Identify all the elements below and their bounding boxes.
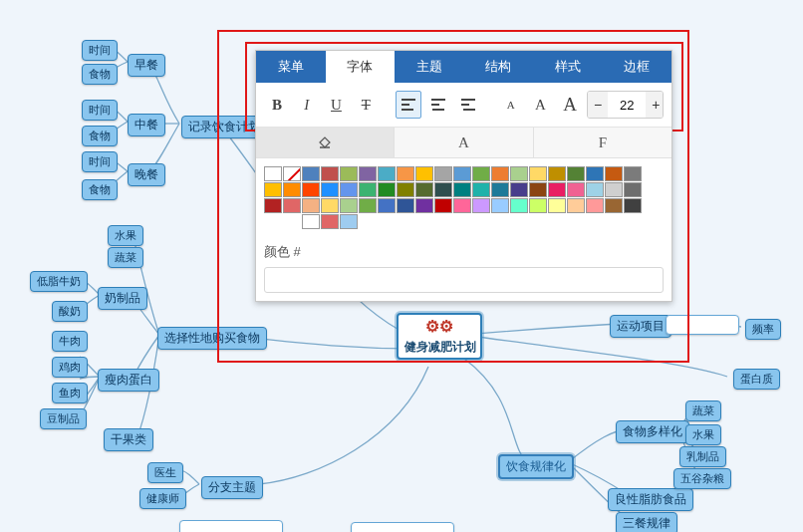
tab-struct[interactable]: 结构 <box>464 51 534 83</box>
strike-button[interactable]: T <box>353 91 379 119</box>
node-dairy-2[interactable]: 乳制品 <box>679 446 726 467</box>
node-food-1[interactable]: 食物 <box>82 64 118 85</box>
node-soy[interactable]: 豆制品 <box>40 408 87 429</box>
bold-button[interactable]: B <box>264 91 290 119</box>
color-swatch[interactable] <box>434 182 452 197</box>
node-lowfat-milk[interactable]: 低脂牛奶 <box>30 271 88 292</box>
color-swatch[interactable] <box>453 166 471 181</box>
color-hex-input[interactable] <box>264 267 664 293</box>
node-dinner[interactable]: 晚餐 <box>128 163 165 186</box>
color-swatch[interactable] <box>359 182 377 197</box>
text-color-tab[interactable]: A <box>395 128 533 157</box>
font-family-tab[interactable]: F <box>534 128 671 157</box>
tab-theme[interactable]: 主题 <box>395 51 464 83</box>
node-three-meals[interactable]: 三餐规律 <box>616 512 677 532</box>
node-food-diverse[interactable]: 食物多样化 <box>616 420 689 443</box>
font-size-decrease[interactable]: − <box>588 92 608 118</box>
color-swatch[interactable] <box>264 182 282 197</box>
color-swatch[interactable] <box>548 198 566 213</box>
color-swatch[interactable] <box>397 182 414 197</box>
italic-button[interactable]: I <box>294 91 320 119</box>
node-food-3[interactable]: 食物 <box>82 179 118 200</box>
color-swatch[interactable] <box>378 166 396 181</box>
underline-button[interactable]: U <box>324 91 350 119</box>
node-frequency[interactable]: 频率 <box>745 319 781 340</box>
color-swatch[interactable] <box>283 198 301 213</box>
color-swatch[interactable] <box>510 166 528 181</box>
color-swatch[interactable] <box>397 166 414 181</box>
fill-color-tab[interactable] <box>256 128 395 157</box>
color-swatch[interactable] <box>529 182 547 197</box>
color-swatch[interactable] <box>378 198 396 213</box>
color-swatch[interactable] <box>491 166 509 181</box>
font-medium-button[interactable]: A <box>528 91 554 119</box>
color-swatch[interactable] <box>624 198 642 213</box>
color-swatch[interactable] <box>321 198 339 213</box>
color-swatch[interactable] <box>529 198 547 213</box>
node-diet-regular[interactable]: 饮食规律化 <box>498 454 574 479</box>
node-lunch[interactable]: 中餐 <box>128 114 165 136</box>
color-swatch[interactable] <box>359 166 377 181</box>
tab-style[interactable]: 样式 <box>533 51 603 83</box>
align-left-button[interactable] <box>396 91 421 119</box>
node-dairy[interactable]: 奶制品 <box>98 287 147 310</box>
color-swatch[interactable] <box>548 166 566 181</box>
tab-font[interactable]: 字体 <box>326 51 396 83</box>
color-swatch[interactable] <box>586 182 604 197</box>
node-good-fat[interactable]: 良性脂肪食品 <box>608 488 693 511</box>
color-swatch[interactable] <box>302 182 320 197</box>
color-swatch[interactable] <box>434 198 452 213</box>
node-food-2[interactable]: 食物 <box>82 126 118 146</box>
color-swatch[interactable] <box>397 198 414 213</box>
color-swatch[interactable] <box>283 166 301 181</box>
node-branch-topic[interactable]: 分支主题 <box>201 476 263 499</box>
tab-menu[interactable]: 菜单 <box>256 51 326 83</box>
node-chicken[interactable]: 鸡肉 <box>52 357 88 378</box>
color-swatch[interactable] <box>472 182 490 197</box>
node-vegetable[interactable]: 蔬菜 <box>108 247 143 268</box>
node-selective-buy[interactable]: 选择性地购买食物 <box>157 327 267 350</box>
node-new-branch-2[interactable] <box>351 522 454 532</box>
node-nuts[interactable]: 干果类 <box>104 428 153 451</box>
color-swatch[interactable] <box>302 166 320 181</box>
color-swatch[interactable] <box>434 166 452 181</box>
font-large-button[interactable]: A <box>557 91 583 119</box>
node-time-2[interactable]: 时间 <box>82 100 118 121</box>
color-swatch[interactable] <box>624 182 642 197</box>
tab-border[interactable]: 边框 <box>603 51 672 83</box>
color-swatch[interactable] <box>340 182 358 197</box>
color-swatch[interactable] <box>472 198 490 213</box>
node-doctor[interactable]: 医生 <box>147 462 183 483</box>
font-small-button[interactable]: A <box>498 91 524 119</box>
node-exercise-blank[interactable] <box>666 315 739 335</box>
node-health-advisor[interactable]: 健康师 <box>139 488 186 509</box>
node-yogurt[interactable]: 酸奶 <box>52 301 88 322</box>
font-size-stepper[interactable]: − + <box>587 91 664 119</box>
color-swatch[interactable] <box>605 166 623 181</box>
node-beef[interactable]: 牛肉 <box>52 331 88 352</box>
color-swatch[interactable] <box>264 166 282 181</box>
color-swatch[interactable] <box>321 182 339 197</box>
color-swatch[interactable] <box>283 182 301 197</box>
color-swatch[interactable] <box>586 198 604 213</box>
node-fruit-2[interactable]: 水果 <box>685 424 721 445</box>
node-fruit[interactable]: 水果 <box>108 225 143 246</box>
color-swatch[interactable] <box>302 198 320 213</box>
node-time-3[interactable]: 时间 <box>82 151 118 172</box>
node-new-branch-1[interactable] <box>179 520 283 532</box>
node-exercise[interactable]: 运动项目 <box>610 315 671 338</box>
color-swatch[interactable] <box>359 198 377 213</box>
color-swatch[interactable] <box>340 198 358 213</box>
color-swatch[interactable] <box>415 182 433 197</box>
color-swatch[interactable] <box>567 198 585 213</box>
color-swatch[interactable] <box>529 166 547 181</box>
align-center-button[interactable] <box>425 91 451 119</box>
color-swatch[interactable] <box>453 198 471 213</box>
color-swatch[interactable] <box>453 182 471 197</box>
color-swatch[interactable] <box>605 182 623 197</box>
node-central[interactable]: ⚙⚙ 健身减肥计划 <box>397 313 482 360</box>
align-right-button[interactable] <box>455 91 481 119</box>
node-vegetable-2[interactable]: 蔬菜 <box>685 400 721 421</box>
color-swatch[interactable] <box>605 198 623 213</box>
color-swatch[interactable] <box>415 166 433 181</box>
